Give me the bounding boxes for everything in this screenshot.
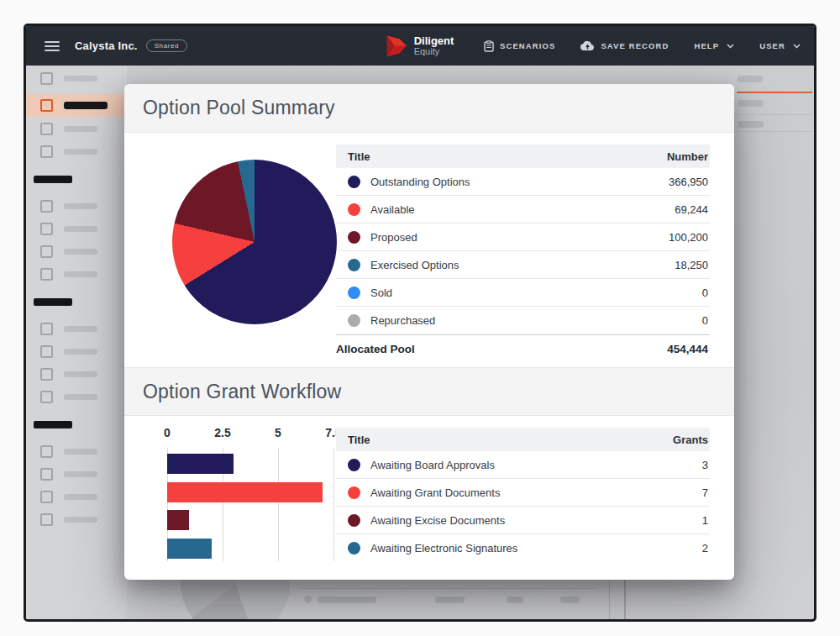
table-row: Available 69,244 xyxy=(336,196,710,223)
sidebar-item-label-skeleton xyxy=(64,76,97,81)
brand-product: Equity xyxy=(414,47,454,57)
sidebar-item[interactable] xyxy=(40,390,127,403)
sidebar-item[interactable] xyxy=(40,199,127,213)
sidebar-item-label-skeleton xyxy=(64,102,108,109)
legend-dot-icon xyxy=(348,459,360,471)
table-row: Proposed 100,200 xyxy=(336,223,710,251)
row-value: 100,200 xyxy=(669,231,708,244)
checkbox-icon[interactable] xyxy=(40,445,53,458)
sidebar-item[interactable] xyxy=(40,512,127,526)
sidebar-section-header-skeleton xyxy=(34,176,72,183)
diligent-equity-logo: Diligent Equity xyxy=(386,34,454,57)
workflow-table-header: Title Grants xyxy=(336,428,710,451)
total-label: Allocated Pool xyxy=(336,343,667,355)
sidebar-item[interactable] xyxy=(40,222,127,235)
legend-dot-icon xyxy=(348,203,360,216)
sidebar-item-label-skeleton xyxy=(64,394,97,400)
sidebar-item[interactable] xyxy=(40,71,127,85)
table-row: Repurchased 0 xyxy=(336,307,710,334)
checkbox-icon[interactable] xyxy=(40,391,53,403)
bg-divider xyxy=(737,114,812,115)
cloud-upload-icon xyxy=(580,40,595,51)
gridline xyxy=(278,448,279,561)
bg-skeleton-bar xyxy=(560,597,580,603)
row-label: Awaiting Electronic Signatures xyxy=(370,542,702,555)
sidebar-item[interactable] xyxy=(40,444,127,458)
sidebar-item[interactable] xyxy=(40,490,127,503)
checkbox-icon[interactable] xyxy=(40,200,53,213)
bg-skeleton-bar xyxy=(738,76,763,82)
legend-dot-icon xyxy=(348,514,360,527)
save-record-button[interactable]: SAVE RECORD xyxy=(580,40,669,51)
checkbox-icon[interactable] xyxy=(40,491,53,503)
workflow-section-body: 02.557.5 Title Grants Awaiting Board App… xyxy=(124,416,734,579)
checkbox-icon[interactable] xyxy=(40,99,53,112)
menu-icon[interactable] xyxy=(45,41,60,51)
row-value: 0 xyxy=(702,314,708,327)
bg-skeleton-bar xyxy=(738,121,764,128)
clipboard-icon xyxy=(484,40,494,52)
sidebar-item-selected[interactable] xyxy=(26,94,127,117)
save-record-label: SAVE RECORD xyxy=(601,41,669,50)
bar-awaiting-electronic-signatures xyxy=(167,539,212,559)
scenarios-button[interactable]: SCENARIOS xyxy=(484,40,555,52)
checkbox-icon[interactable] xyxy=(40,223,53,235)
checkbox-icon[interactable] xyxy=(40,345,53,358)
row-label: Proposed xyxy=(370,231,669,244)
row-label: Awaiting Grant Documents xyxy=(370,486,702,499)
table-row: Awaiting Electronic Signatures 2 xyxy=(336,534,710,562)
row-label: Awaiting Board Approvals xyxy=(370,459,702,471)
row-value: 3 xyxy=(702,459,708,471)
help-menu[interactable]: HELP xyxy=(694,41,734,50)
col-title: Title xyxy=(348,434,673,446)
col-grants: Grants xyxy=(673,434,708,446)
legend-dot-icon xyxy=(348,314,360,327)
checkbox-icon[interactable] xyxy=(40,323,53,335)
sidebar-item[interactable] xyxy=(40,122,127,135)
sidebar-item-label-skeleton xyxy=(64,149,97,155)
sidebar-item[interactable] xyxy=(40,322,127,335)
legend-dot-icon xyxy=(348,286,360,299)
row-value: 69,244 xyxy=(675,203,708,216)
axis-tick-label: 0 xyxy=(164,426,171,439)
page-content: Option Pool Summary Title Number Outstan… xyxy=(26,66,814,619)
checkbox-icon[interactable] xyxy=(40,513,53,526)
bg-skeleton-bar xyxy=(738,100,764,107)
sidebar-item[interactable] xyxy=(40,145,127,158)
bar-awaiting-excise-documents xyxy=(167,510,189,530)
col-number: Number xyxy=(667,150,708,163)
sidebar-item-label-skeleton xyxy=(64,326,97,332)
company-name[interactable]: Calysta Inc. xyxy=(75,39,138,52)
sidebar-item[interactable] xyxy=(40,344,127,358)
row-value: 0 xyxy=(702,286,708,299)
checkbox-icon[interactable] xyxy=(40,123,53,135)
sidebar-item[interactable] xyxy=(40,267,127,281)
bar-awaiting-grant-documents xyxy=(167,482,323,502)
checkbox-icon[interactable] xyxy=(40,468,53,481)
checkbox-icon[interactable] xyxy=(40,368,53,381)
sidebar-item[interactable] xyxy=(40,367,127,381)
checkbox-icon[interactable] xyxy=(40,245,53,258)
sidebar-item-label-skeleton xyxy=(64,494,97,500)
checkbox-icon[interactable] xyxy=(40,72,53,85)
option-pool-modal: Option Pool Summary Title Number Outstan… xyxy=(124,84,734,580)
pool-section-header: Option Pool Summary xyxy=(124,84,734,133)
sidebar-item[interactable] xyxy=(40,467,127,481)
bg-skeleton-bar xyxy=(318,597,376,603)
sidebar-item[interactable] xyxy=(40,244,127,258)
sidebar-item-label-skeleton xyxy=(64,349,97,355)
sidebar-section-header-skeleton xyxy=(34,298,72,306)
diligent-logo-icon xyxy=(386,34,407,57)
checkbox-icon[interactable] xyxy=(40,268,53,281)
gridline xyxy=(333,448,334,561)
sidebar-item-label-skeleton xyxy=(64,203,97,209)
allocated-pool-row: Allocated Pool 454,444 xyxy=(336,334,710,362)
legend-dot-icon xyxy=(348,259,360,271)
app-window: Calysta Inc. Shared Diligent Equity xyxy=(24,24,816,622)
sidebar-item-label-skeleton xyxy=(64,271,97,277)
checkbox-icon[interactable] xyxy=(40,145,53,158)
workflow-title: Option Grant Workflow xyxy=(143,381,341,403)
bg-skeleton-bar xyxy=(435,597,465,603)
user-menu[interactable]: USER xyxy=(759,41,801,50)
table-row: Awaiting Grant Documents 7 xyxy=(336,479,710,507)
